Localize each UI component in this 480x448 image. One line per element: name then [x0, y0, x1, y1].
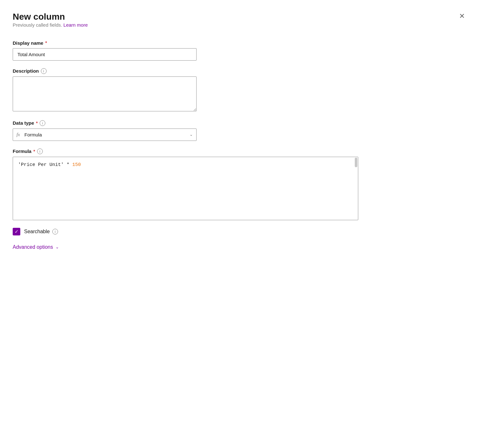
- data-type-select[interactable]: Formula Text Number Date Lookup Choice: [13, 128, 197, 141]
- formula-section: Formula * i 'Price Per Unit' * 150: [13, 148, 467, 220]
- advanced-options-link[interactable]: Advanced options: [13, 244, 53, 250]
- panel-header: New column Previously called fields. Lea…: [13, 11, 467, 38]
- formula-string-part: 'Price Per Unit' *: [18, 162, 72, 168]
- formula-info-icon: i: [37, 148, 43, 154]
- panel-title: New column: [13, 11, 88, 22]
- display-name-input[interactable]: [13, 48, 197, 61]
- searchable-label: Searchable i: [24, 229, 58, 234]
- searchable-row: ✓ Searchable i: [13, 228, 467, 235]
- description-info-icon: i: [41, 68, 47, 74]
- display-name-label: Display name *: [13, 40, 467, 46]
- formula-number-part: 150: [72, 162, 81, 168]
- description-label: Description i: [13, 68, 467, 74]
- formula-content: 'Price Per Unit' * 150: [18, 161, 353, 169]
- learn-more-link[interactable]: Learn more: [63, 22, 88, 28]
- panel-title-area: New column Previously called fields. Lea…: [13, 11, 88, 38]
- advanced-options-row[interactable]: Advanced options ⌄: [13, 244, 467, 250]
- formula-label: Formula * i: [13, 148, 467, 154]
- description-section: Description i: [13, 68, 467, 113]
- searchable-checkbox[interactable]: ✓: [13, 228, 20, 235]
- searchable-info-icon: i: [52, 229, 58, 234]
- panel-subtitle: Previously called fields. Learn more: [13, 22, 88, 28]
- checkmark-icon: ✓: [15, 229, 19, 234]
- formula-required: *: [33, 149, 35, 154]
- close-button[interactable]: ✕: [457, 11, 467, 21]
- formula-input-wrapper[interactable]: 'Price Per Unit' * 150: [13, 157, 358, 220]
- advanced-options-chevron-icon: ⌄: [55, 245, 59, 249]
- data-type-info-icon: i: [40, 120, 45, 126]
- new-column-panel: New column Previously called fields. Lea…: [0, 0, 480, 448]
- data-type-label: Data type * i: [13, 120, 467, 126]
- description-input[interactable]: [13, 76, 197, 111]
- display-name-section: Display name *: [13, 40, 467, 61]
- data-type-required: *: [36, 121, 38, 126]
- data-type-section: Data type * i fx Formula Text Number Dat…: [13, 120, 467, 141]
- formula-scrollbar[interactable]: [355, 158, 357, 167]
- display-name-required: *: [45, 40, 47, 45]
- data-type-select-wrapper: fx Formula Text Number Date Lookup Choic…: [13, 128, 197, 141]
